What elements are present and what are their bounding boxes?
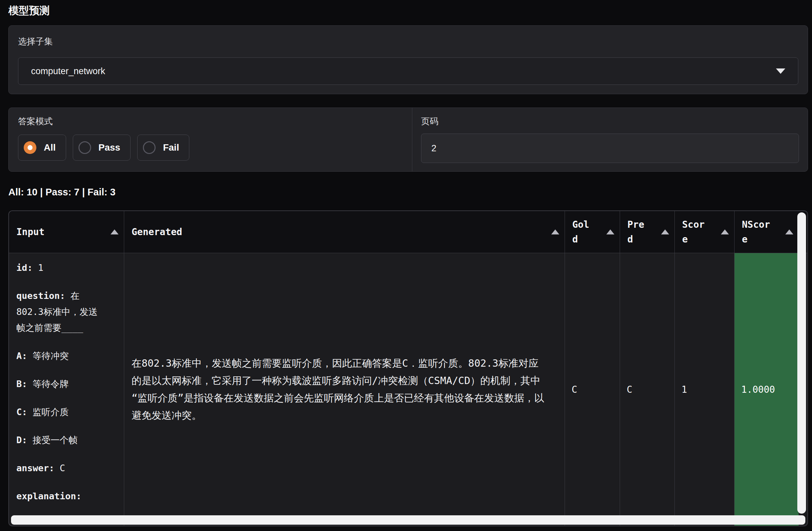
radio-option-fail[interactable]: Fail (137, 134, 189, 161)
radio-option-all[interactable]: All (18, 134, 66, 161)
column-header-generated[interactable]: Generated (124, 211, 565, 253)
cell-score: 1 (675, 253, 735, 526)
sort-asc-icon (661, 229, 669, 234)
table-row: id:1 question:在802.3标准中，发送帧之前需要____ A:等待… (9, 253, 807, 526)
answer-mode-label: 答案模式 (18, 116, 403, 126)
cell-pred: C (620, 253, 675, 526)
column-header-pred[interactable]: Pred (620, 211, 675, 253)
sort-asc-icon (721, 229, 729, 234)
column-header-score[interactable]: Score (675, 211, 735, 253)
subset-label: 选择子集 (18, 37, 798, 46)
sort-asc-icon (551, 229, 559, 234)
chevron-down-icon (776, 69, 785, 74)
cell-input: id:1 question:在802.3标准中，发送帧之前需要____ A:等待… (9, 253, 124, 526)
vertical-scrollbar[interactable] (797, 212, 806, 514)
column-header-gold[interactable]: Gold (565, 211, 620, 253)
sort-asc-icon (606, 229, 614, 234)
radio-unselected-icon (143, 141, 156, 154)
sort-asc-icon (785, 229, 793, 234)
answer-mode-group: 答案模式 All Pass Fail (9, 108, 412, 171)
filter-panel: 答案模式 All Pass Fail 页码 2 (8, 107, 808, 172)
page-number-value: 2 (431, 143, 436, 154)
cell-generated: 在802.3标准中，发送帧之前需要监听介质，因此正确答案是C．监听介质。802.… (124, 253, 565, 526)
sort-asc-icon (111, 229, 118, 234)
subset-dropdown[interactable]: computer_network (18, 57, 798, 85)
radio-option-pass[interactable]: Pass (73, 134, 131, 161)
answer-mode-options: All Pass Fail (18, 134, 403, 161)
radio-unselected-icon (78, 141, 91, 154)
table-header-row: Input Generated Gold Pred Score NScore (9, 211, 807, 253)
subset-dropdown-value: computer_network (31, 66, 105, 76)
page-title: 模型预测 (8, 4, 808, 17)
main-content: 模型预测 选择子集 computer_network 答案模式 All Pass (8, 0, 808, 526)
predictions-table: Input Generated Gold Pred Score NScore (8, 211, 808, 526)
page-number-input[interactable]: 2 (421, 133, 799, 163)
results-summary: All: 10 | Pass: 7 | Fail: 3 (8, 186, 808, 198)
page-number-label: 页码 (421, 116, 799, 126)
radio-selected-icon (24, 141, 37, 154)
column-header-input[interactable]: Input (9, 211, 124, 253)
page-number-group: 页码 2 (412, 108, 808, 171)
column-header-nscore[interactable]: NScore (735, 211, 799, 253)
subset-panel: 选择子集 computer_network (8, 25, 808, 94)
cell-gold: C (565, 253, 620, 526)
cell-nscore: 1.0000 (735, 253, 799, 526)
horizontal-scrollbar[interactable] (11, 515, 805, 525)
